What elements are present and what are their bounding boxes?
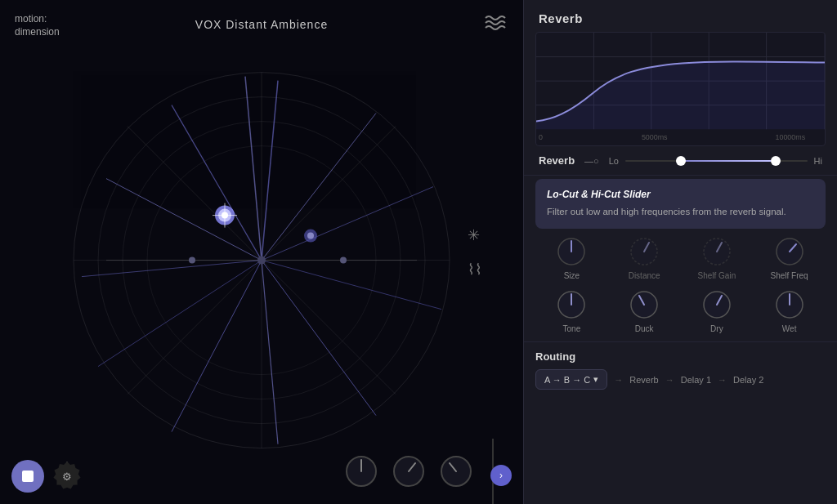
- svg-text:0: 0: [539, 133, 543, 141]
- knob-wet-label: Wet: [782, 324, 797, 333]
- knob-shelf-gain-control[interactable]: [700, 235, 733, 268]
- routing-step-delay1: Delay 1: [681, 375, 711, 385]
- knob-shelf-freq-label: Shelf Freq: [771, 271, 808, 280]
- knob-size-control[interactable]: [555, 235, 588, 268]
- svg-point-26: [189, 256, 195, 263]
- svg-text:10000ms: 10000ms: [776, 133, 806, 141]
- stop-button[interactable]: [11, 460, 44, 493]
- svg-line-14: [262, 186, 433, 260]
- right-panel: Reverb 0 5000ms 10000ms Reverb —○ L: [523, 0, 837, 504]
- svg-line-11: [128, 126, 262, 260]
- tooltip-title: Lo-Cut & Hi-Cut Slider: [547, 189, 814, 200]
- knob-size: Size: [535, 235, 608, 280]
- next-arrow-button[interactable]: ›: [490, 465, 512, 486]
- routing-separator-left: →: [614, 375, 623, 385]
- hi-label: Hi: [814, 156, 822, 166]
- bottom-controls: ⚙: [11, 460, 82, 493]
- svg-line-18: [172, 260, 262, 431]
- logo-line2: dimension: [15, 26, 60, 38]
- knob-dry-control[interactable]: [700, 288, 733, 321]
- right-icons-container: ✳ ⌇⌇: [468, 226, 482, 279]
- svg-point-28: [257, 256, 266, 264]
- knobs-row2: Tone Duck Dry Wet: [524, 287, 837, 340]
- tooltip-box: Lo-Cut & Hi-Cut Slider Filter out low an…: [535, 179, 826, 229]
- knob-tone: Tone: [535, 288, 608, 333]
- lo-label: Lo: [609, 156, 619, 166]
- knob-1[interactable]: [343, 453, 379, 489]
- svg-line-10: [128, 260, 262, 394]
- routing-chain-button[interactable]: A → B → C ▾: [535, 369, 607, 390]
- svg-line-13: [262, 113, 376, 260]
- svg-line-16: [262, 260, 376, 415]
- bottom-knob-row: [343, 453, 474, 489]
- knob-dry-label: Dry: [710, 324, 723, 333]
- knob-size-label: Size: [564, 271, 580, 280]
- routing-arrow-1: →: [665, 375, 674, 385]
- knob-3[interactable]: [438, 453, 474, 489]
- svg-line-23: [245, 76, 262, 260]
- routing-section: Routing A → B → C ▾ → Reverb → Delay 1 →…: [524, 341, 837, 395]
- knob-tone-label: Tone: [563, 324, 581, 333]
- preset-name: VOX Distant Ambience: [195, 18, 328, 31]
- wave-logo-icon: [482, 11, 508, 38]
- range-thumb-left[interactable]: [676, 156, 686, 166]
- gear-button[interactable]: ⚙: [52, 462, 82, 491]
- knob-shelf-freq: Shelf Freq: [753, 235, 826, 280]
- svg-point-27: [340, 256, 347, 263]
- routing-dropdown-icon: ▾: [593, 374, 598, 385]
- svg-line-8: [262, 126, 396, 260]
- knob-wet-control[interactable]: [773, 288, 806, 321]
- svg-line-9: [262, 260, 396, 394]
- routing-step-delay2: Delay 2: [733, 375, 763, 385]
- svg-text:5000ms: 5000ms: [642, 133, 668, 141]
- knob-2[interactable]: [391, 453, 427, 489]
- logo: motion: dimension: [15, 13, 60, 38]
- knob-wet: Wet: [753, 288, 826, 333]
- controls-bar: Reverb —○ Lo Hi: [524, 146, 837, 176]
- left-panel: motion: dimension VOX Distant Ambience: [0, 0, 523, 504]
- routing-label: Routing: [535, 350, 826, 363]
- svg-point-35: [307, 232, 314, 239]
- knob-shelf-gain-label: Shelf Gain: [698, 271, 736, 280]
- filter-icon: —○: [584, 156, 599, 166]
- tooltip-text: Filter out low and high frequencies from…: [547, 205, 814, 219]
- knob-duck: Duck: [608, 288, 681, 333]
- knob-tone-control[interactable]: [555, 288, 588, 321]
- svg-line-19: [98, 260, 262, 366]
- knob-duck-label: Duck: [635, 324, 654, 333]
- routing-step-reverb: Reverb: [629, 375, 658, 385]
- knob-distance-control[interactable]: [628, 235, 660, 268]
- knob-duck-control[interactable]: [628, 288, 660, 321]
- routing-chain-label: A → B → C: [544, 375, 590, 385]
- viz-container: [65, 64, 458, 456]
- knob-dry: Dry: [681, 288, 754, 333]
- eq-display: 0 5000ms 10000ms: [535, 32, 826, 146]
- svg-line-15: [262, 260, 441, 309]
- knob-distance: Distance: [608, 235, 681, 280]
- knob-distance-label: Distance: [629, 271, 660, 280]
- lo-hi-slider[interactable]: [625, 159, 808, 163]
- reverb-header: Reverb: [524, 0, 837, 32]
- brightness-icon[interactable]: ✳: [468, 226, 482, 244]
- knob-shelf-freq-control[interactable]: [773, 235, 806, 268]
- svg-line-17: [262, 260, 278, 444]
- routing-arrow-2: →: [718, 375, 727, 385]
- range-thumb-right[interactable]: [771, 156, 781, 166]
- oscillator-icon[interactable]: ⌇⌇: [468, 261, 482, 279]
- svg-line-12: [262, 80, 278, 260]
- svg-line-20: [82, 260, 262, 276]
- reverb-label: Reverb: [539, 154, 575, 167]
- routing-row: A → B → C ▾ → Reverb → Delay 1 → Delay 2: [535, 369, 826, 390]
- knob-shelf-gain: Shelf Gain: [681, 235, 754, 280]
- logo-line1: motion:: [15, 13, 47, 25]
- knobs-row1: Size Distance Shelf Gain Shelf Freq: [524, 229, 837, 287]
